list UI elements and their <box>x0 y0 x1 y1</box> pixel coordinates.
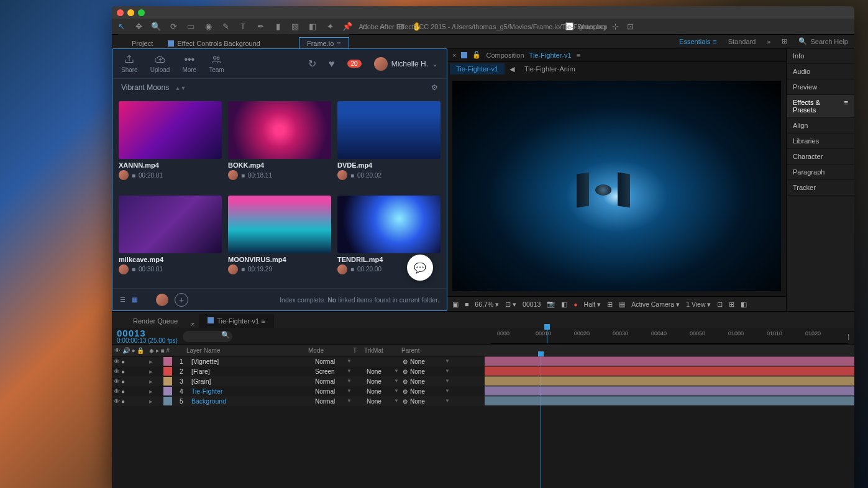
pickwhip-icon[interactable]: ⊚ <box>403 368 408 375</box>
visibility-icon[interactable]: 👁 <box>114 388 120 395</box>
clip-card[interactable]: BOKK.mp4■00:18.11 <box>228 101 331 189</box>
close-window-button[interactable] <box>117 9 124 16</box>
solo-icon[interactable]: ● <box>121 358 125 365</box>
panel-audio[interactable]: Audio <box>787 64 854 79</box>
list-view-icon[interactable]: ☰ <box>120 296 126 303</box>
parent-select[interactable]: ⊚ None ▼ <box>403 388 450 395</box>
lock-icon[interactable]: 🔓 <box>472 51 481 59</box>
layer-row[interactable]: 👁●▸5BackgroundNormal▼None▼⊚ None ▼ <box>112 396 485 406</box>
panel-tracker[interactable]: Tracker <box>787 180 854 196</box>
view-opt-1-icon[interactable]: ⊡ <box>717 300 723 308</box>
resolution-icon[interactable]: ⊡ ▾ <box>505 300 516 308</box>
rgb-icon[interactable]: ● <box>573 300 577 308</box>
minimize-window-button[interactable] <box>127 9 134 16</box>
grid-icon[interactable]: ⊞ <box>607 300 613 308</box>
add-button[interactable]: + <box>175 293 188 307</box>
pickwhip-icon[interactable]: ⊚ <box>403 388 408 395</box>
clip-thumbnail[interactable] <box>337 101 441 159</box>
search-help-placeholder[interactable]: Search Help <box>810 38 848 45</box>
tab-frameio[interactable]: Frame.io ≡ <box>299 37 349 49</box>
visibility-icon[interactable]: 👁 <box>114 368 120 375</box>
pickwhip-icon[interactable]: ⊚ <box>403 378 408 385</box>
trkmat-select[interactable]: None▼ <box>367 398 403 405</box>
chat-bubble-icon[interactable]: 💬 <box>407 255 433 281</box>
clip-card[interactable]: DVDE.mp4■00:20.02 <box>337 101 441 189</box>
tool-icon-8[interactable]: ✒ <box>255 21 266 32</box>
layer-color[interactable] <box>163 367 172 376</box>
close-tab-icon[interactable]: × <box>186 320 199 328</box>
frameio-more-button[interactable]: •••More <box>182 54 196 73</box>
panel-libraries[interactable]: Libraries <box>787 133 854 149</box>
expand-icon[interactable]: ▸ <box>149 397 162 405</box>
layer-track-bar[interactable] <box>485 386 854 395</box>
solo-icon[interactable]: ● <box>121 398 125 405</box>
layer-name[interactable]: [Grain] <box>189 377 313 385</box>
tool-icon-0[interactable]: ↖ <box>116 21 127 32</box>
panel-character[interactable]: Character <box>787 149 854 165</box>
blend-mode-select[interactable]: Normal▼ <box>313 388 355 395</box>
clip-card[interactable]: MOONVIRUS.mp4■00:19.29 <box>228 196 331 284</box>
viewer-mode-icon[interactable]: ▣ <box>452 300 459 308</box>
parent-select[interactable]: ⊚ None ▼ <box>403 358 450 365</box>
layer-row[interactable]: 👁●▸1[Vignette]Normal▼⊚ None ▼ <box>112 356 485 366</box>
footer-avatar[interactable] <box>156 294 168 306</box>
panel-menu-icon[interactable]: ≡ <box>577 52 580 59</box>
close-panel-icon[interactable]: × <box>452 52 456 59</box>
panel-preview[interactable]: Preview <box>787 79 854 95</box>
panel-paragraph[interactable]: Paragraph <box>787 165 854 180</box>
guides-icon[interactable]: ▤ <box>619 300 625 308</box>
layer-color[interactable] <box>163 397 172 405</box>
expand-icon[interactable]: ▸ <box>149 377 162 385</box>
layer-name[interactable]: [Flare] <box>189 368 313 375</box>
comp-tab-2[interactable]: Tie-Fighter-Anim <box>518 63 582 75</box>
solo-icon[interactable]: ● <box>121 368 125 375</box>
tab-project[interactable]: Project <box>124 38 160 49</box>
gear-icon[interactable]: ⚙ <box>431 83 438 92</box>
tool-icon-1[interactable]: ✥ <box>133 21 144 32</box>
layer-track-bar[interactable] <box>485 396 854 405</box>
clip-thumbnail[interactable] <box>337 196 441 253</box>
tool-icon-9[interactable]: ▮ <box>272 21 283 32</box>
project-selector[interactable]: Vibrant Moons ▲▼ <box>121 83 186 92</box>
workspace-essentials[interactable]: Essentials ≡ <box>679 38 717 45</box>
layer-name[interactable]: Background <box>189 397 313 405</box>
tool-icon-7[interactable]: T <box>237 21 249 32</box>
frameio-upload-button[interactable]: Upload <box>150 54 170 73</box>
trkmat-select[interactable]: None▼ <box>367 368 403 375</box>
blend-mode-select[interactable]: Normal▼ <box>313 398 355 405</box>
zoom-level[interactable]: 66,7% ▾ <box>475 300 499 308</box>
tool-icon-4[interactable]: ▭ <box>185 21 196 32</box>
refresh-icon[interactable]: ↻ <box>308 58 316 70</box>
tool-icon-13[interactable]: 📌 <box>342 21 353 32</box>
snap-icon-2[interactable]: ⊡ <box>625 21 636 32</box>
pickwhip-icon[interactable]: ⊚ <box>403 398 408 405</box>
layer-name[interactable]: [Vignette] <box>189 358 313 365</box>
trkmat-select[interactable]: None▼ <box>367 388 403 395</box>
clip-card[interactable]: XANNN.mp4■00:20.01 <box>119 101 222 189</box>
workspace-layout-icon[interactable]: ⊞ <box>782 37 787 45</box>
tool-icon-12[interactable]: ✦ <box>324 21 336 32</box>
expand-icon[interactable]: ▸ <box>149 368 162 375</box>
snapshot-icon[interactable]: 📷 <box>547 300 555 308</box>
solo-icon[interactable]: ● <box>121 378 125 385</box>
clip-thumbnail[interactable] <box>228 196 331 253</box>
panel-info[interactable]: Info <box>787 48 854 64</box>
trkmat-select[interactable]: None▼ <box>367 378 403 385</box>
visibility-icon[interactable]: 👁 <box>114 358 120 365</box>
tab-effect-controls[interactable]: Effect Controls Background <box>160 38 268 49</box>
visibility-icon[interactable]: 👁 <box>114 378 120 385</box>
panel-align[interactable]: Align <box>787 118 854 133</box>
tool-icon-2[interactable]: 🔍 <box>150 21 162 32</box>
favorite-icon[interactable]: ♥ <box>329 58 335 70</box>
composition-name[interactable]: Tie-Fighter-v1 <box>529 52 572 59</box>
layer-track-bar[interactable] <box>485 356 854 366</box>
camera-select[interactable]: Active Camera ▾ <box>631 300 680 308</box>
layer-track-bar[interactable] <box>485 366 854 376</box>
parent-select[interactable]: ⊚ None ▼ <box>403 368 450 375</box>
parent-select[interactable]: ⊚ None ▼ <box>403 378 450 385</box>
view-opt-3-icon[interactable]: ◧ <box>741 300 747 308</box>
expand-icon[interactable]: ▸ <box>149 387 162 395</box>
back-nav-icon[interactable]: ◀ <box>506 65 518 73</box>
layer-color[interactable] <box>163 377 172 386</box>
solo-icon[interactable]: ● <box>121 388 125 395</box>
